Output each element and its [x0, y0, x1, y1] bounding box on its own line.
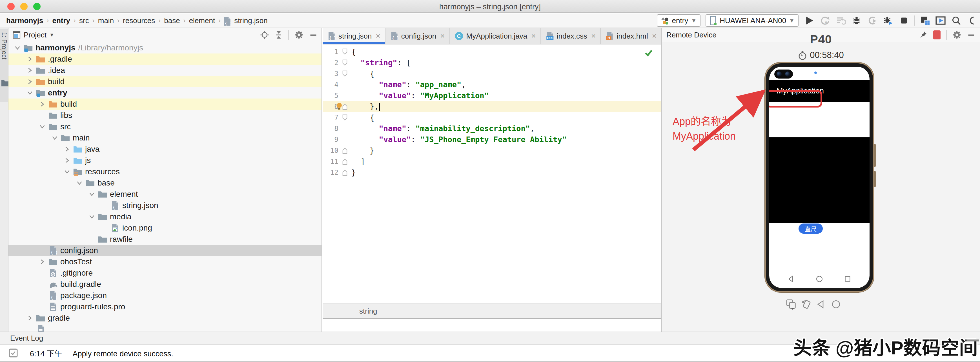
- breadcrumb-item-src[interactable]: src: [78, 16, 90, 25]
- nav-recent-button[interactable]: [844, 275, 851, 283]
- ruler-button[interactable]: 直尺: [799, 224, 823, 233]
- nav-home-button[interactable]: [815, 275, 823, 283]
- fold-marker-icon[interactable]: [339, 147, 352, 154]
- chevron-right-icon[interactable]: [62, 157, 72, 164]
- module-selector[interactable]: entry ▼: [657, 14, 701, 27]
- breadcrumb-item-harmonyjs[interactable]: harmonyjs: [5, 16, 45, 25]
- chevron-down-icon[interactable]: [87, 191, 97, 198]
- fold-marker-icon[interactable]: [339, 48, 352, 56]
- code-line-4[interactable]: 4 "name": "app_name",: [323, 79, 661, 90]
- circle-ctl-button[interactable]: [831, 299, 841, 310]
- tree-item-config.json[interactable]: { }config.json: [8, 245, 321, 256]
- chevron-down-icon[interactable]: [87, 213, 97, 220]
- code-line-3[interactable]: 3 {: [323, 68, 661, 79]
- locate-button[interactable]: [260, 30, 269, 40]
- event-check-icon[interactable]: [8, 348, 19, 358]
- breadcrumb-item-main[interactable]: main: [97, 16, 115, 25]
- apply-changes-button[interactable]: A: [819, 15, 830, 26]
- code-line-12[interactable]: 12}: [323, 167, 661, 178]
- fold-marker-icon[interactable]: [339, 158, 352, 165]
- tree-item-java[interactable]: java: [8, 144, 321, 155]
- tree-item-main[interactable]: main: [8, 132, 321, 144]
- code-line-10[interactable]: 10 }: [323, 145, 661, 156]
- gear-button[interactable]: [294, 30, 304, 40]
- tree-item-base[interactable]: base: [8, 177, 321, 189]
- breadcrumb-item-element[interactable]: element: [188, 16, 216, 25]
- fold-marker-icon[interactable]: [339, 114, 352, 121]
- run-button[interactable]: [803, 15, 815, 26]
- chevron-right-icon[interactable]: [25, 315, 35, 321]
- fold-marker-icon[interactable]: [339, 59, 352, 67]
- code-editor[interactable]: 1{2 "string": [3 {4 "name": "app_name",5…: [323, 44, 661, 303]
- tree-item-string.json[interactable]: { }string.json: [8, 200, 321, 211]
- close-tab-icon[interactable]: ×: [652, 32, 657, 41]
- chevron-down-icon[interactable]: [75, 179, 84, 186]
- tree-item-src[interactable]: src: [8, 121, 321, 132]
- tree-item-element[interactable]: element: [8, 189, 321, 200]
- breadcrumb-item-string.json[interactable]: string.json: [233, 16, 269, 25]
- tree-item-proguard-rules.pro[interactable]: proguard-rules.pro: [8, 301, 321, 313]
- minimize-button[interactable]: [309, 31, 318, 39]
- tree-item-rawfile[interactable]: rawfile: [8, 233, 321, 245]
- close-tab-icon[interactable]: ×: [591, 32, 596, 41]
- tree-item-media[interactable]: media: [8, 211, 321, 222]
- tab-config.json[interactable]: { }config.json×: [385, 28, 450, 44]
- reload-classes-button[interactable]: [835, 15, 846, 26]
- chevron-right-icon[interactable]: [37, 259, 47, 265]
- clipped-button[interactable]: [966, 15, 978, 26]
- tree-item-build[interactable]: build: [8, 98, 321, 110]
- intention-bulb-icon[interactable]: [336, 102, 343, 112]
- close-tab-icon[interactable]: ×: [531, 32, 536, 41]
- chevron-right-icon[interactable]: [25, 78, 35, 85]
- chevron-down-icon[interactable]: ▼: [49, 32, 54, 38]
- tree-item-.gitignore[interactable]: .gitignore: [8, 267, 321, 279]
- code-line-9[interactable]: 9 "value": "JS_Phone_Empty Feature Abili…: [323, 134, 661, 145]
- code-line-7[interactable]: 7 {: [323, 112, 661, 123]
- chevron-right-icon[interactable]: [25, 67, 35, 74]
- tree-item-package.json[interactable]: { }package.json: [8, 290, 321, 301]
- code-line-5[interactable]: 5 "value": "MyApplication": [323, 90, 661, 101]
- close-tab-icon[interactable]: ×: [440, 32, 445, 41]
- close-tab-icon[interactable]: ×: [376, 32, 380, 41]
- rotate-button[interactable]: [801, 299, 812, 310]
- tree-item-.idea[interactable]: .idea: [8, 65, 321, 76]
- fold-marker-icon[interactable]: [339, 169, 352, 176]
- tree-item-build[interactable]: build: [8, 76, 321, 87]
- code-line-2[interactable]: 2 "string": [: [323, 57, 661, 68]
- code-line-6[interactable]: 6 },: [323, 101, 661, 112]
- code-line-11[interactable]: 11 ]: [323, 156, 661, 167]
- editor-breadcrumb-bar[interactable]: string: [323, 303, 661, 319]
- phone-screen[interactable]: MyApplication 直尺: [769, 67, 870, 288]
- debug-button[interactable]: [851, 15, 862, 26]
- tree-item-clipped[interactable]: [8, 324, 321, 332]
- search-everywhere-button[interactable]: [951, 15, 962, 26]
- run-tool-window-button[interactable]: [935, 15, 946, 26]
- chevron-down-icon[interactable]: [62, 168, 72, 175]
- project-toolwindow-button[interactable]: 1: Project: [0, 29, 8, 102]
- tab-index.hml[interactable]: Hindex.hml×: [601, 28, 662, 44]
- chevron-down-icon[interactable]: [49, 135, 60, 141]
- capture-button[interactable]: [786, 299, 797, 310]
- coverage-button[interactable]: [867, 15, 878, 26]
- code-line-8[interactable]: 8 "name": "mainability_description",: [323, 123, 661, 134]
- chevron-right-icon[interactable]: [37, 101, 47, 108]
- tree-item-js[interactable]: js: [8, 155, 321, 166]
- project-view-selector[interactable]: Project: [24, 31, 46, 40]
- breadcrumb-item-entry[interactable]: entry: [51, 16, 72, 25]
- tree-item-gradle[interactable]: gradle: [8, 313, 321, 324]
- chevron-down-icon[interactable]: [25, 89, 35, 96]
- chevron-down-icon[interactable]: [13, 44, 22, 51]
- breadcrumb-item-base[interactable]: base: [163, 16, 181, 25]
- tree-item-.gradle[interactable]: .gradle: [8, 54, 321, 65]
- tree-item-resources[interactable]: resources: [8, 166, 321, 177]
- triangle-ctl-button[interactable]: [816, 299, 826, 310]
- chevron-right-icon[interactable]: [62, 146, 72, 152]
- tree-item-harmonyjs[interactable]: harmonyjs/Library/harmonyjs: [8, 42, 321, 54]
- chevron-right-icon[interactable]: [25, 56, 35, 62]
- profiler-button[interactable]: [919, 15, 931, 26]
- attach-debugger-button[interactable]: [883, 15, 894, 26]
- tree-item-entry[interactable]: entry: [8, 87, 321, 98]
- tree-item-build.gradle[interactable]: build.gradle: [8, 279, 321, 290]
- tab-MyApplication.java[interactable]: CMyApplication.java×: [450, 28, 541, 44]
- tab-index.css[interactable]: CSSindex.css×: [541, 28, 601, 44]
